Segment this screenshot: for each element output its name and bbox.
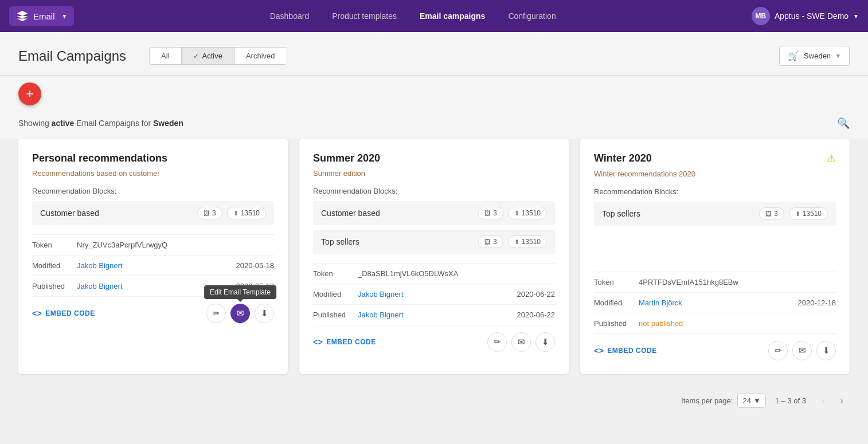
modified-row-1: Modified Jakob Bignert 2020-05-18 bbox=[32, 256, 274, 276]
search-button[interactable]: 🔍 bbox=[837, 117, 850, 129]
rec-block-badges-3-0: 🖼 3 ⬆ 13510 bbox=[759, 207, 828, 220]
edit-email-template-button-3[interactable]: ✉ bbox=[792, 341, 812, 360]
edit-email-template-button-2[interactable]: ✉ bbox=[511, 332, 531, 352]
rec-block-name-2-0: Customer based bbox=[321, 209, 380, 218]
token-row-2: Token _D8aSBL1mjVL6kO5DLWsXA bbox=[313, 264, 555, 284]
token-label-2: Token bbox=[313, 269, 353, 278]
cards-grid: Personal recommendations Recommendations… bbox=[0, 139, 868, 386]
upload-icon-3-0: ⬆ bbox=[795, 210, 800, 218]
nav-configuration[interactable]: Configuration bbox=[508, 9, 556, 23]
published-row-3: Published not published bbox=[594, 313, 836, 334]
region-chevron-icon: ▼ bbox=[835, 53, 841, 59]
items-per-page: Items per page: 24 ▼ bbox=[681, 394, 766, 408]
nav-email-campaigns[interactable]: Email campaigns bbox=[420, 9, 485, 23]
nav-links: Dashboard Product templates Email campai… bbox=[92, 9, 733, 23]
prev-page-button[interactable]: ‹ bbox=[815, 392, 831, 408]
sub-header: + bbox=[0, 76, 868, 112]
embed-brackets-icon: <> bbox=[32, 309, 42, 318]
user-menu[interactable]: MB Apptus - SWE Demo ▼ bbox=[752, 7, 859, 25]
avatar: MB bbox=[752, 7, 770, 25]
edit-email-template-button-1[interactable]: ✉ bbox=[230, 304, 250, 323]
nav-product-templates[interactable]: Product templates bbox=[332, 9, 397, 23]
modified-date-3: 2020-12-18 bbox=[798, 298, 836, 307]
card-meta-2: Token _D8aSBL1mjVL6kO5DLWsXA Modified Ja… bbox=[313, 263, 555, 325]
rec-block-badges-1-0: 🖼 3 ⬆ 13510 bbox=[197, 207, 266, 219]
card-header-2: Summer 2020 bbox=[313, 152, 555, 164]
card-summer-2020: Summer 2020 Summer edition Recommendatio… bbox=[299, 139, 569, 374]
items-per-page-label: Items per page: bbox=[681, 396, 733, 405]
edit-button-2[interactable]: ✏ bbox=[487, 332, 507, 352]
brand-button[interactable]: Email ▼ bbox=[9, 6, 74, 26]
per-page-select[interactable]: 24 ▼ bbox=[737, 394, 765, 408]
published-label-1: Published bbox=[32, 282, 72, 290]
showing-region: Sweden bbox=[153, 119, 183, 128]
per-page-chevron-icon: ▼ bbox=[753, 396, 761, 405]
upload-badge-3-0: ⬆ 13510 bbox=[789, 207, 828, 220]
page-footer: Items per page: 24 ▼ 1 – 3 of 3 ‹ › bbox=[0, 386, 868, 415]
published-by-1: Jakob Bignert bbox=[77, 282, 232, 290]
published-date-1: 2020-05-18 bbox=[236, 282, 275, 290]
upload-badge-1-0: ⬆ 13510 bbox=[227, 207, 266, 219]
region-select[interactable]: 🛒 Sweden ▼ bbox=[779, 46, 850, 66]
modified-label-1: Modified bbox=[32, 261, 72, 270]
edit-button-1[interactable]: ✏ bbox=[206, 304, 226, 323]
card-meta-1: Token Nry_ZUVc3aPcrpfVLrwgyQ Modified Ja… bbox=[32, 234, 274, 297]
next-page-button[interactable]: › bbox=[834, 392, 850, 408]
download-button-2[interactable]: ⬇ bbox=[535, 332, 555, 352]
rec-block-1-0: Customer based 🖼 3 ⬆ 13510 bbox=[32, 201, 274, 225]
card-footer-1: <> EMBED CODE ✏ ✉ Edit Email Template ⬇ bbox=[32, 304, 274, 323]
image-icon-2-0: 🖼 bbox=[484, 210, 491, 217]
rec-block-badges-2-1: 🖼 3 ⬆ 13510 bbox=[478, 235, 547, 248]
showing-bar: Showing active Email Campaigns for Swede… bbox=[0, 112, 868, 139]
card-meta-3: Token 4PRTFDsVEmfA151hkg8EBw Modified Ma… bbox=[594, 272, 836, 334]
embed-code-1[interactable]: <> EMBED CODE bbox=[32, 309, 95, 318]
published-row-1: Published Jakob Bignert 2020-05-18 bbox=[32, 276, 274, 297]
brand-chevron-icon: ▼ bbox=[62, 13, 68, 19]
per-page-value: 24 bbox=[742, 396, 750, 405]
rec-block-2-0: Customer based 🖼 3 ⬆ 13510 bbox=[313, 201, 555, 225]
edit-email-template-container-1: ✉ Edit Email Template bbox=[230, 304, 250, 323]
card-subtitle-1: Recommendations based on customer bbox=[32, 169, 274, 178]
card-footer-3: <> EMBED CODE ✏ ✉ ⬇ bbox=[594, 341, 836, 360]
card-title-3: Winter 2020 bbox=[594, 152, 652, 164]
pagination-info: 1 – 3 of 3 bbox=[775, 396, 806, 405]
warning-icon-3: ⚠ bbox=[827, 152, 836, 165]
nav-dashboard[interactable]: Dashboard bbox=[270, 9, 310, 23]
basket-icon: 🛒 bbox=[788, 50, 799, 61]
filter-tab-archived[interactable]: Archived bbox=[234, 48, 287, 64]
card-header-1: Personal recommendations bbox=[32, 152, 274, 164]
showing-text: Showing active Email Campaigns for Swede… bbox=[18, 119, 183, 128]
rec-block-3-0: Top sellers 🖼 3 ⬆ 13510 bbox=[594, 202, 836, 226]
check-icon: ✓ bbox=[193, 52, 199, 60]
download-button-1[interactable]: ⬇ bbox=[255, 304, 274, 323]
edit-button-3[interactable]: ✏ bbox=[768, 341, 788, 360]
token-value-2: _D8aSBL1mjVL6kO5DLWsXA bbox=[358, 269, 555, 278]
card-title-1: Personal recommendations bbox=[32, 152, 167, 164]
embed-code-3[interactable]: <> EMBED CODE bbox=[594, 346, 657, 355]
card-footer-2: <> EMBED CODE ✏ ✉ ⬇ bbox=[313, 332, 555, 352]
modified-by-2: Jakob Bignert bbox=[358, 290, 513, 298]
card-subtitle-2: Summer edition bbox=[313, 169, 555, 178]
upload-badge-2-0: ⬆ 13510 bbox=[508, 207, 547, 219]
token-row-1: Token Nry_ZUVc3aPcrpfVLrwgyQ bbox=[32, 235, 274, 256]
rec-block-name-1-0: Customer based bbox=[40, 209, 99, 218]
add-campaign-button[interactable]: + bbox=[18, 82, 41, 105]
token-label-3: Token bbox=[594, 278, 634, 286]
embed-code-2[interactable]: <> EMBED CODE bbox=[313, 337, 376, 347]
published-row-2: Published Jakob Bignert 2020-06-22 bbox=[313, 305, 555, 325]
card-winter-2020: Winter 2020 ⚠ Winter recommendations 202… bbox=[580, 139, 850, 374]
filter-tab-all[interactable]: All bbox=[150, 48, 181, 64]
modified-row-3: Modified Martin Björck 2020-12-18 bbox=[594, 293, 836, 313]
modified-date-1: 2020-05-18 bbox=[236, 261, 275, 270]
spacer-3 bbox=[594, 230, 836, 262]
download-button-3[interactable]: ⬇ bbox=[816, 341, 836, 360]
card-subtitle-3: Winter recommendations 2020 bbox=[594, 170, 836, 178]
image-icon-2-1: 🖼 bbox=[484, 238, 491, 245]
filter-tab-active[interactable]: ✓ Active bbox=[182, 48, 234, 64]
rec-block-2-1: Top sellers 🖼 3 ⬆ 13510 bbox=[313, 230, 555, 254]
image-badge-2-1: 🖼 3 bbox=[478, 235, 503, 248]
rec-block-name-2-1: Top sellers bbox=[321, 237, 359, 246]
published-date-2: 2020-06-22 bbox=[517, 311, 556, 319]
token-value-1: Nry_ZUVc3aPcrpfVLrwgyQ bbox=[77, 241, 274, 249]
modified-label-2: Modified bbox=[313, 290, 353, 298]
